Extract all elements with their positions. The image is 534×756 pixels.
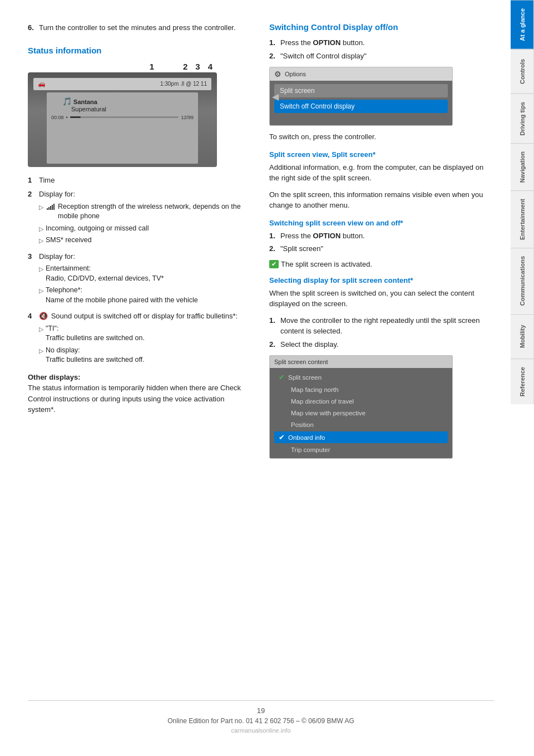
step-2-text: "Switch off Control display" <box>280 51 367 62</box>
sub-item-2-3-text: SMS* received <box>46 235 92 246</box>
select-step-1: 1. Move the controller to the right repe… <box>269 315 494 337</box>
item-2-text: Display for: <box>39 190 75 198</box>
arrow-icon: ▷ <box>39 265 43 283</box>
other-displays-label: Other displays: <box>28 373 81 381</box>
footer-text: Online Edition for Part no. 01 41 2 602 … <box>167 717 354 725</box>
sub-item-2-3: ▷ SMS* received <box>39 235 253 246</box>
split-screen-option[interactable]: Split screen <box>274 84 448 97</box>
split-step-2-text: "Split screen" <box>280 243 323 254</box>
split-content-item-6[interactable]: Trip computer <box>274 445 448 455</box>
page-number: 19 <box>28 706 494 715</box>
car-icon-music: 🎵 <box>62 97 72 106</box>
switch-off-option[interactable]: Switch off Control display <box>274 100 448 113</box>
select-step-2-num: 2. <box>269 339 277 350</box>
step-6: 6. Turn the controller to set the minute… <box>28 22 253 33</box>
switching-control-heading: Switching Control Display off/on <box>269 22 494 32</box>
check-icon: ✔ <box>279 433 285 441</box>
select-step-2-text: Select the display. <box>280 339 339 350</box>
item-4-num: 4 <box>28 311 36 367</box>
sidebar-tab-driving-tips[interactable]: Driving tips <box>511 94 534 144</box>
sub-item-3-1-text: Entertainment:Radio, CD/DVD, external de… <box>46 264 164 283</box>
arrow-icon: ▷ <box>39 203 43 222</box>
sidebar-tab-controls[interactable]: Controls <box>511 49 534 94</box>
car-display-screen: 🎵 Santana Supernatural 00:08 • 12/99 <box>47 92 198 164</box>
sidebar-tab-reference[interactable]: Reference <box>511 359 534 404</box>
sound-off-icon: 🔇 <box>39 312 48 320</box>
item-2-sub: ▷ Recep <box>39 202 253 246</box>
split-step-1-text: Press the OPTION button. <box>280 230 365 242</box>
sub-item-2-1-text: Reception strength of the wireless netwo… <box>58 202 253 222</box>
split-step-1-num: 1. <box>269 230 277 242</box>
split-screen-text: Additional information, e.g. from the co… <box>269 162 494 184</box>
sidebar-tab-at-a-glance[interactable]: At a glance <box>511 0 534 49</box>
switch-step-1: 1. Press the OPTION button. <box>269 37 494 48</box>
signal-bars-icon <box>46 202 56 222</box>
item-4-sub: ▷ "TI":Traffic bulletins are switched on… <box>39 324 238 365</box>
car-display-top-bar: 🚗 1:30pm .ll @ 12 11 <box>33 78 211 90</box>
car-icon: 🚗 <box>38 80 46 87</box>
options-screenshot: ⚙ Options ◀ Split screen Switch off Cont… <box>269 67 453 126</box>
display-time: 1:30pm .ll @ 12 11 <box>160 81 207 87</box>
car-display: 🚗 1:30pm .ll @ 12 11 🎵 Santana Supernatu… <box>28 72 217 167</box>
sub-item-4-1-text: "TI":Traffic bulletins are switched on. <box>46 324 145 343</box>
arrow-icon: ▷ <box>39 325 43 343</box>
item-3-num: 3 <box>28 251 36 308</box>
split-content-item-0[interactable]: ✔ Split screen <box>274 371 448 383</box>
split-content-screenshot: Split screen content ✔ Split screen Map … <box>269 355 453 459</box>
sub-item-2-1: ▷ Recep <box>39 202 253 222</box>
car-progress: 00:08 • 12/99 <box>51 115 194 120</box>
nav-left-icon: ◀ <box>272 91 279 102</box>
list-item-2: 2 Display for: ▷ <box>28 189 253 248</box>
left-column: 6. Turn the controller to set the minute… <box>28 22 253 684</box>
split-screen-view-heading: Split screen view, Split screen* <box>269 150 494 159</box>
arrow-icon: ▷ <box>39 225 43 234</box>
split-screen-text2: On the split screen, this information re… <box>269 189 494 211</box>
step-6-num: 6. <box>28 22 36 33</box>
item-4-text: Sound output is switched off or display … <box>51 312 238 320</box>
item-1-text: Time <box>39 175 55 186</box>
display-label-2: 2 <box>183 62 187 71</box>
item-2-num: 2 <box>28 189 36 248</box>
other-displays-text: The status information is temporarily hi… <box>28 384 241 414</box>
splitting-steps: 1. Press the OPTION button. 2. "Split sc… <box>269 230 494 254</box>
item-2-content: Display for: ▷ <box>39 189 253 248</box>
sub-item-2-2-text: Incoming, outgoing or missed call <box>46 224 149 234</box>
status-information-heading: Status information <box>28 46 253 55</box>
select-step-1-text: Move the controller to the right repeate… <box>280 315 494 337</box>
sidebar-tab-mobility[interactable]: Mobility <box>511 314 534 359</box>
main-content: 6. Turn the controller to set the minute… <box>0 0 511 756</box>
sub-item-3-2: ▷ Telephone*:Name of the mobile phone pa… <box>39 286 198 305</box>
status-item-list: 1 Time 2 Display for: ▷ <box>28 175 253 367</box>
split-content-item-5[interactable]: ✔ Onboard info <box>274 431 448 443</box>
item-3-content: Display for: ▷ Entertainment:Radio, CD/D… <box>39 251 198 308</box>
car-track: Supernatural <box>71 106 106 112</box>
display-label-4: 4 <box>208 62 212 71</box>
watermark: carmanualsonline.info <box>28 727 494 734</box>
step-6-text: Turn the controller to set the minutes a… <box>39 22 236 33</box>
sidebar-tab-navigation[interactable]: Navigation <box>511 143 534 190</box>
split-content-item-4[interactable]: Position <box>274 420 448 430</box>
check-badge-icon: ✔ <box>269 260 279 268</box>
split-content-item-3[interactable]: Map view with perspective <box>274 408 448 418</box>
list-item-1: 1 Time <box>28 175 253 186</box>
sidebar-tabs: At a glance Controls Driving tips Naviga… <box>511 0 534 756</box>
car-display-inner: 🚗 1:30pm .ll @ 12 11 🎵 Santana Supernatu… <box>28 72 217 167</box>
arrow-icon: ▷ <box>39 287 43 305</box>
split-topbar-label: Split screen content <box>274 359 328 365</box>
item-1-num: 1 <box>28 175 36 186</box>
split-content-item-2[interactable]: Map direction of travel <box>274 396 448 406</box>
select-step-2: 2. Select the display. <box>269 339 494 350</box>
switching-split-heading: Switching split screen view on and off* <box>269 219 494 227</box>
display-label-1: 1 <box>150 62 154 71</box>
sidebar-tab-entertainment[interactable]: Entertainment <box>511 190 534 248</box>
list-item-4: 4 🔇 Sound output is switched off or disp… <box>28 311 253 367</box>
arrow-icon: ▷ <box>39 347 43 365</box>
item-3-text: Display for: <box>39 252 75 261</box>
display-label-3: 3 <box>195 62 200 71</box>
sidebar-tab-communications[interactable]: Communications <box>511 248 534 313</box>
split-topbar: Split screen content <box>270 356 452 368</box>
list-item-3: 3 Display for: ▷ Entertainment:Radio, CD… <box>28 251 253 308</box>
split-step-2-num: 2. <box>269 243 277 254</box>
split-content-item-1[interactable]: Map facing north <box>274 385 448 395</box>
check-icon: ✔ <box>279 373 285 381</box>
